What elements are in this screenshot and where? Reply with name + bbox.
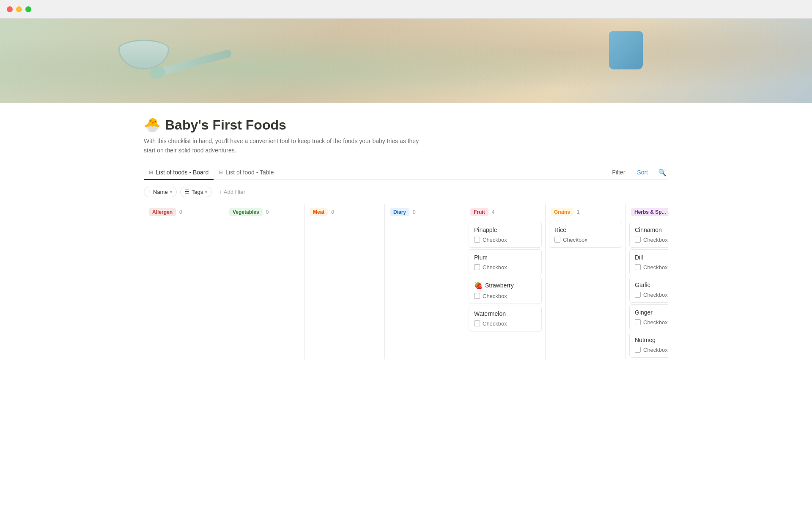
- card[interactable]: GingerCheckbox: [629, 304, 668, 330]
- column-header-herbs: Herbs & Sp...9: [626, 204, 668, 220]
- column-header-grains: Grains1: [546, 204, 625, 220]
- card[interactable]: GarlicCheckbox: [629, 277, 668, 303]
- card[interactable]: NutmegCheckbox: [629, 332, 668, 358]
- chevron-down-icon: ▾: [170, 190, 172, 194]
- filter-button[interactable]: Filter: [609, 167, 628, 177]
- cup-decoration: [609, 31, 643, 69]
- card-title-text: Garlic: [635, 282, 650, 288]
- column-header-meat: Meat0: [304, 204, 384, 220]
- view-tabs: ⊞ List of foods - Board ⊟ List of food -…: [144, 166, 609, 179]
- tab-table-label: List of food - Table: [225, 169, 274, 176]
- card[interactable]: RiceCheckbox: [549, 222, 622, 248]
- column-header-vegetables: Vegetables0: [224, 204, 304, 220]
- column-count-meat: 0: [331, 209, 334, 215]
- card-title: Rice: [554, 226, 617, 233]
- column-tag-fruit: Fruit: [470, 208, 488, 216]
- card-title-text: Dill: [635, 254, 643, 261]
- chevron-down-icon-2: ▾: [205, 190, 207, 194]
- minimize-button[interactable]: [16, 6, 22, 12]
- card-title: Garlic: [635, 282, 668, 288]
- card-title: Cinnamon: [635, 226, 668, 233]
- card-title: Nutmeg: [635, 337, 668, 343]
- column-header-allergen: Allergen0: [144, 204, 224, 220]
- toolbar-right: Filter Sort 🔍: [609, 167, 668, 178]
- column-count-fruit: 4: [492, 209, 495, 215]
- card-checkbox-label: Checkbox: [483, 320, 507, 327]
- board-tab-icon: ⊞: [149, 169, 153, 175]
- tab-board[interactable]: ⊞ List of foods - Board: [144, 166, 214, 180]
- card-title-text: Ginger: [635, 309, 653, 316]
- toolbar-left: ↑ Name ▾ ☰ Tags ▾ + Add filter: [144, 187, 249, 197]
- page-description: With this checklist in hand, you'll have…: [144, 136, 431, 155]
- main-content: 🐣 Baby's First Foods With this checklist…: [110, 103, 702, 368]
- close-button[interactable]: [7, 6, 13, 12]
- column-count-vegetables: 0: [266, 209, 269, 215]
- card-checkbox[interactable]: [635, 237, 641, 243]
- card[interactable]: PinappleCheckbox: [469, 222, 542, 248]
- card[interactable]: CinnamonCheckbox: [629, 222, 668, 248]
- column-meat: Meat0: [304, 204, 385, 359]
- sort-button[interactable]: Sort: [634, 167, 651, 177]
- card-title-text: Plum: [474, 254, 488, 261]
- column-tag-grains: Grains: [551, 208, 573, 216]
- card-checkbox-row: Checkbox: [474, 293, 536, 299]
- window-chrome: [0, 0, 812, 19]
- card[interactable]: DillCheckbox: [629, 249, 668, 275]
- card-checkbox-row: Checkbox: [635, 237, 668, 243]
- card-checkbox-label: Checkbox: [643, 292, 668, 298]
- column-header-fruit: Fruit4: [465, 204, 545, 220]
- add-filter-button[interactable]: + Add filter: [215, 187, 249, 197]
- card-title-text: Pinapple: [474, 226, 497, 233]
- name-filter-label: Name: [153, 189, 168, 195]
- column-herbs: Herbs & Sp...9CinnamonCheckboxDillCheckb…: [626, 204, 668, 359]
- view-tabs-toolbar-row: ⊞ List of foods - Board ⊟ List of food -…: [144, 166, 668, 179]
- card-checkbox-row: Checkbox: [635, 347, 668, 353]
- column-count-allergen: 0: [179, 209, 182, 215]
- table-tab-icon: ⊟: [219, 169, 223, 175]
- plus-icon: +: [219, 189, 222, 195]
- card-checkbox[interactable]: [474, 237, 480, 243]
- card[interactable]: PlumCheckbox: [469, 249, 542, 275]
- card-checkbox[interactable]: [474, 320, 480, 326]
- card-checkbox[interactable]: [635, 319, 641, 325]
- column-fruit: Fruit4PinappleCheckboxPlumCheckbox🍓Straw…: [465, 204, 546, 359]
- page-title-row: 🐣 Baby's First Foods: [144, 117, 668, 133]
- search-icon: 🔍: [658, 169, 667, 176]
- card-checkbox-row: Checkbox: [635, 319, 668, 326]
- card-checkbox-label: Checkbox: [643, 237, 668, 243]
- card-checkbox-label: Checkbox: [643, 319, 668, 326]
- tags-filter-label: Tags: [192, 189, 203, 195]
- card-checkbox-row: Checkbox: [635, 292, 668, 298]
- maximize-button[interactable]: [25, 6, 31, 12]
- name-filter-pill[interactable]: ↑ Name ▾: [144, 187, 177, 197]
- card-title-text: Nutmeg: [635, 337, 656, 343]
- page-emoji: 🐣: [144, 117, 161, 133]
- card-checkbox[interactable]: [554, 237, 560, 243]
- hero-banner: [0, 19, 812, 103]
- card-checkbox[interactable]: [474, 293, 480, 299]
- card-checkbox[interactable]: [635, 347, 641, 353]
- tab-table[interactable]: ⊟ List of food - Table: [214, 166, 279, 180]
- column-allergen: Allergen0: [144, 204, 224, 359]
- card-title: Pinapple: [474, 226, 536, 233]
- card-checkbox-row: Checkbox: [474, 237, 536, 243]
- column-tag-allergen: Allergen: [149, 208, 176, 216]
- card-title: Plum: [474, 254, 536, 261]
- column-count-diary: 0: [413, 209, 416, 215]
- card[interactable]: WatermelonCheckbox: [469, 306, 542, 331]
- card-checkbox-label: Checkbox: [483, 264, 507, 271]
- card[interactable]: 🍓StrawberryCheckbox: [469, 277, 542, 304]
- column-grains: Grains1RiceCheckbox: [546, 204, 626, 359]
- tags-filter-pill[interactable]: ☰ Tags ▾: [180, 187, 212, 197]
- card-checkbox[interactable]: [474, 264, 480, 270]
- card-checkbox-row: Checkbox: [474, 320, 536, 327]
- column-tag-herbs: Herbs & Sp...: [631, 208, 668, 216]
- card-checkbox[interactable]: [635, 264, 641, 270]
- card-checkbox[interactable]: [635, 292, 641, 298]
- card-title: Dill: [635, 254, 668, 261]
- card-checkbox-label: Checkbox: [643, 264, 668, 271]
- card-title: Watermelon: [474, 310, 536, 317]
- sort-up-icon: ↑: [148, 189, 151, 195]
- search-button[interactable]: 🔍: [656, 167, 668, 178]
- card-checkbox-label: Checkbox: [483, 293, 507, 299]
